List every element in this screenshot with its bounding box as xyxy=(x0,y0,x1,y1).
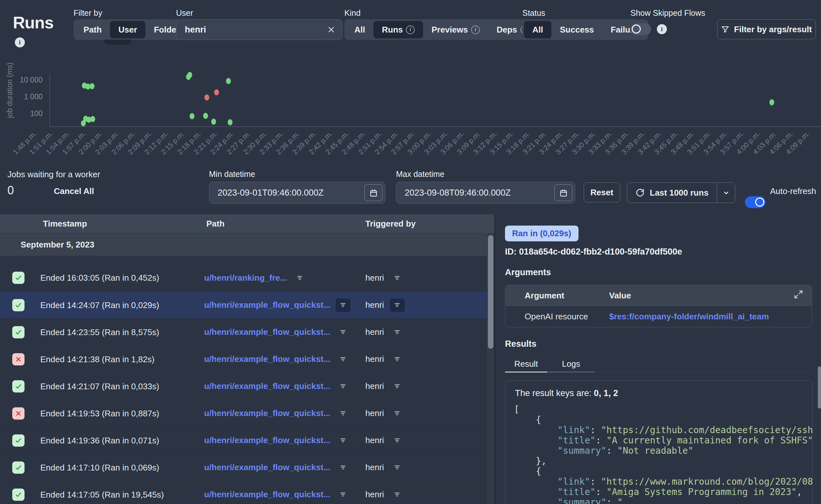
tab-result[interactable]: Result xyxy=(505,356,547,372)
expand-arguments-button[interactable] xyxy=(794,289,803,301)
last-runs-dropdown-button[interactable] xyxy=(717,183,735,203)
filter-by-user-button[interactable] xyxy=(390,298,405,312)
run-path-link[interactable]: u/henri/example_flow_quickst... xyxy=(204,435,330,445)
filter-by-path-button[interactable] xyxy=(336,434,350,447)
chart-point-success[interactable] xyxy=(769,99,774,105)
run-path-link[interactable]: u/henri/example_flow_quickst... xyxy=(204,408,330,418)
segment-label: All xyxy=(354,25,365,35)
filter-by-user-button[interactable] xyxy=(390,271,405,285)
filter-by-path-button[interactable] xyxy=(336,407,350,420)
table-row[interactable]: Ended 14:17:10 (Ran in 0,069s)u/henri/ex… xyxy=(0,454,487,481)
filter-by-user-button[interactable] xyxy=(390,488,405,501)
table-header: Timestamp Path Triggered by xyxy=(0,214,494,233)
info-icon[interactable]: i xyxy=(406,25,415,34)
table-row[interactable]: Ended 14:19:53 (Ran in 0,887s)u/henri/ex… xyxy=(0,400,487,427)
filter-by-path-button[interactable] xyxy=(292,271,307,285)
max-datetime-calendar-button[interactable] xyxy=(554,184,572,201)
filter-by-user-button[interactable] xyxy=(390,407,405,420)
filter-by-user-button[interactable] xyxy=(390,461,405,474)
x-icon xyxy=(15,410,22,417)
runs-info-icon[interactable]: i xyxy=(15,37,25,47)
reset-button[interactable]: Reset xyxy=(584,182,620,202)
filter-by-path-button[interactable] xyxy=(336,488,350,501)
filter-by-user-button[interactable] xyxy=(390,434,405,447)
segment-label: Success xyxy=(560,25,594,35)
result-json-line: }, xyxy=(514,456,807,466)
result-json-line: "link": "https://www.markround.com/blog/… xyxy=(514,477,807,487)
status-option-success[interactable]: Success xyxy=(552,21,602,38)
filter-by-option-user[interactable]: User xyxy=(110,21,145,38)
filter-by-user-button[interactable] xyxy=(390,353,405,366)
run-path-link[interactable]: u/henri/example_flow_quickst... xyxy=(204,462,330,472)
filter-by-path-button[interactable] xyxy=(336,380,350,393)
filter-by-path-button[interactable] xyxy=(336,298,350,312)
run-duration-badge: Ran in (0,029s) xyxy=(505,226,579,241)
filter-by-user-button[interactable] xyxy=(390,325,405,339)
chart-point-success[interactable] xyxy=(203,113,208,119)
page-scrollbar-thumb[interactable] xyxy=(818,366,821,409)
show-skipped-info-icon[interactable]: i xyxy=(657,24,667,34)
last-runs-refresh-button[interactable]: Last 1000 runs xyxy=(627,183,717,203)
kind-option-runs[interactable]: Runsi xyxy=(373,21,423,38)
run-path-link[interactable]: u/henri/ranking_fre... xyxy=(204,273,287,283)
triggered-by-user: henri xyxy=(365,462,384,472)
filter-by-path-button[interactable] xyxy=(336,461,350,474)
table-row[interactable]: Ended 14:21:38 (Ran in 1,82s)u/henri/exa… xyxy=(0,345,487,373)
chart-point-success[interactable] xyxy=(187,72,192,78)
user-filter-input[interactable] xyxy=(176,25,327,35)
info-icon[interactable]: i xyxy=(471,25,480,34)
run-path-link[interactable]: u/henri/example_flow_quickst... xyxy=(204,489,330,499)
filter-by-option-path[interactable]: Path xyxy=(75,21,110,38)
table-row[interactable]: Ended 14:23:55 (Ran in 8,575s)u/henri/ex… xyxy=(0,318,487,345)
success-status-icon xyxy=(12,489,24,501)
filter-by-path-button[interactable] xyxy=(336,325,350,339)
table-row[interactable]: Ended 14:19:36 (Ran in 0,071s)u/henri/ex… xyxy=(0,427,487,454)
min-datetime-input[interactable] xyxy=(209,188,364,198)
table-row[interactable]: Ended 16:03:05 (Ran in 0,452s)u/henri/ra… xyxy=(0,264,487,291)
failure-status-icon xyxy=(12,353,24,365)
run-path-link[interactable]: u/henri/example_flow_quickst... xyxy=(204,300,330,310)
filter-lines-icon xyxy=(339,328,347,336)
chart-point-success[interactable] xyxy=(190,113,194,119)
run-triggered-by-cell: henri xyxy=(365,407,405,420)
run-triggered-by-cell: henri xyxy=(365,488,405,501)
run-path-link[interactable]: u/henri/example_flow_quickst... xyxy=(204,381,330,391)
filter-args-button[interactable]: Filter by args/result xyxy=(717,19,816,39)
result-json-line: "title": "A currently maintained fork of… xyxy=(514,435,807,446)
chart-point-success[interactable] xyxy=(90,83,94,89)
filter-by-path-button[interactable] xyxy=(336,353,350,366)
clear-user-filter-icon[interactable] xyxy=(327,26,342,34)
table-scrollbar-thumb[interactable] xyxy=(488,235,494,349)
argument-value-link[interactable]: $res:f/company-folder/windmill_ai_team xyxy=(609,311,769,321)
table-row[interactable]: Ended 14:21:07 (Ran in 0,033s)u/henri/ex… xyxy=(0,373,487,400)
chart-point-failure[interactable] xyxy=(204,94,209,101)
filter-by-user-button[interactable] xyxy=(390,380,405,393)
kind-option-all[interactable]: All xyxy=(346,21,373,38)
result-json-line: "summary": "Not readable" xyxy=(514,446,807,456)
min-datetime-calendar-button[interactable] xyxy=(364,184,382,201)
auto-refresh-toggle[interactable] xyxy=(745,196,766,208)
chart-point-failure[interactable] xyxy=(214,89,219,95)
kind-option-previews[interactable]: Previewsi xyxy=(423,21,488,38)
funnel-icon xyxy=(721,25,729,34)
max-datetime-input[interactable] xyxy=(396,188,554,198)
tab-logs[interactable]: Logs xyxy=(547,356,595,372)
chart-point-success[interactable] xyxy=(90,116,95,122)
status-option-all[interactable]: All xyxy=(524,21,552,38)
inactive-tab-underline xyxy=(547,372,595,373)
runs-page: Runs i Filter by PathUserFolder User Kin… xyxy=(0,0,821,504)
last-runs-split-button: Last 1000 runs xyxy=(627,182,735,203)
arguments-table-row: OpenAI resource $res:f/company-folder/wi… xyxy=(505,306,812,327)
run-path-link[interactable]: u/henri/example_flow_quickst... xyxy=(204,327,330,337)
show-skipped-toggle[interactable] xyxy=(630,23,651,35)
run-path-link[interactable]: u/henri/example_flow_quickst... xyxy=(204,354,330,364)
chart-point-success[interactable] xyxy=(228,119,232,125)
run-path-cell: u/henri/example_flow_quickst... xyxy=(204,461,350,474)
chart-point-success[interactable] xyxy=(211,119,216,125)
result-viewer: The result keys are: 0, 1, 2 [ { "link":… xyxy=(505,380,813,504)
triggered-by-user: henri xyxy=(365,381,384,391)
table-row[interactable]: Ended 14:17:05 (Ran in 19,545s)u/henri/e… xyxy=(0,481,487,504)
cancel-all-button[interactable]: Cancel All xyxy=(54,186,94,196)
table-row[interactable]: Ended 14:24:07 (Ran in 0,029s)u/henri/ex… xyxy=(0,291,487,318)
chart-point-success[interactable] xyxy=(226,78,231,84)
